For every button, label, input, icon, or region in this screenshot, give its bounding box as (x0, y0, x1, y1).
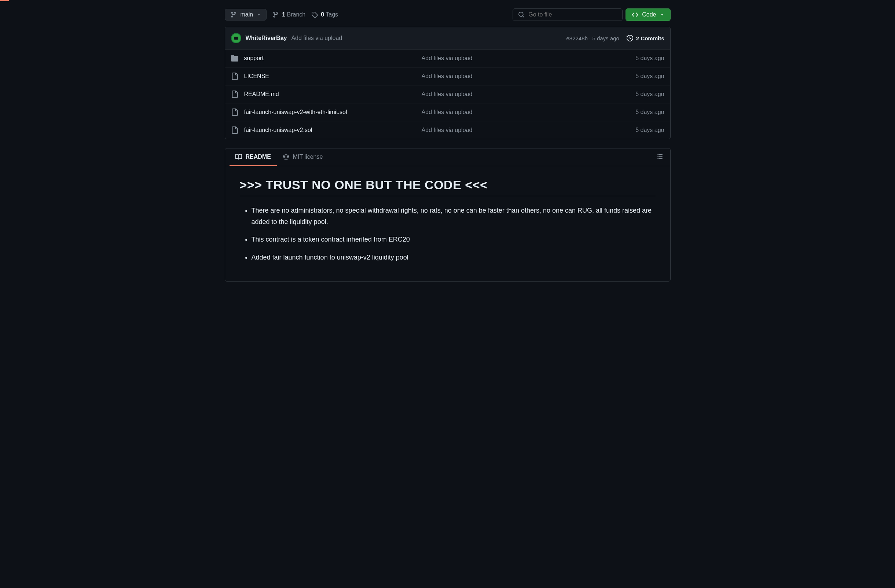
commit-meta: e82248b · 5 days ago 2 Commits (566, 35, 664, 41)
law-icon (283, 154, 289, 160)
file-commit-msg[interactable]: Add files via upload (422, 127, 595, 133)
file-name-cell: support (231, 55, 422, 62)
file-time: 5 days ago (595, 55, 664, 62)
git-branch-icon (272, 11, 279, 18)
file-commit-msg[interactable]: Add files via upload (422, 109, 595, 115)
list-icon (656, 153, 663, 160)
file-link[interactable]: fair-launch-uniswap-v2.sol (244, 127, 312, 133)
branch-selector[interactable]: main (225, 9, 267, 21)
commit-info: WhiteRiverBay Add files via upload (231, 33, 343, 43)
branch-count: 1 (282, 11, 285, 18)
readme-list: There are no administrators, no special … (240, 205, 655, 263)
list-item: Added fair launch function to uniswap-v2… (252, 252, 655, 263)
file-commit-msg[interactable]: Add files via upload (422, 55, 595, 62)
commit-author[interactable]: WhiteRiverBay (246, 35, 287, 41)
file-commit-msg[interactable]: Add files via upload (422, 91, 595, 97)
avatar[interactable] (231, 33, 241, 43)
file-time: 5 days ago (595, 73, 664, 80)
search-icon (518, 11, 525, 18)
file-link[interactable]: fair-launch-uniswap-v2-with-eth-limit.so… (244, 109, 347, 115)
file-name-cell: README.md (231, 91, 422, 98)
file-icon (231, 73, 238, 80)
readme-heading: >>> TRUST NO ONE BUT THE CODE <<< (240, 178, 655, 196)
folder-icon (231, 55, 238, 62)
file-icon (231, 91, 238, 98)
file-time: 5 days ago (595, 109, 664, 115)
outline-button[interactable] (653, 150, 666, 164)
file-name-cell: fair-launch-uniswap-v2-with-eth-limit.so… (231, 109, 422, 116)
tags-link[interactable]: 0 Tags (311, 11, 338, 18)
code-button[interactable]: Code (625, 8, 670, 21)
chevron-down-icon (257, 12, 261, 17)
tab-readme[interactable]: README (229, 149, 277, 166)
code-button-label: Code (642, 11, 656, 18)
file-commit-msg[interactable]: Add files via upload (422, 73, 595, 80)
table-row: fair-launch-uniswap-v2-with-eth-limit.so… (225, 103, 670, 121)
tab-license-label: MIT license (293, 154, 323, 160)
commits-link[interactable]: 2 Commits (626, 35, 664, 41)
repo-toolbar: main 1 Branch 0 Tags (225, 1, 670, 27)
tag-label: Tags (326, 11, 338, 18)
file-name-cell: fair-launch-uniswap-v2.sol (231, 126, 422, 134)
commits-count: 2 Commits (636, 35, 664, 41)
file-link[interactable]: LICENSE (244, 73, 269, 80)
file-name-cell: LICENSE (231, 73, 422, 80)
file-search[interactable] (513, 8, 623, 21)
toolbar-right: Code (513, 8, 670, 21)
list-item: There are no administrators, no special … (252, 205, 655, 227)
commit-message[interactable]: Add files via upload (291, 35, 342, 41)
branch-name: main (241, 11, 253, 18)
search-input[interactable] (528, 11, 617, 18)
book-icon (235, 154, 242, 160)
branches-link[interactable]: 1 Branch (272, 11, 305, 18)
table-row: README.mdAdd files via upload5 days ago (225, 85, 670, 103)
table-row: supportAdd files via upload5 days ago (225, 50, 670, 67)
table-row: fair-launch-uniswap-v2.solAdd files via … (225, 121, 670, 139)
latest-commit-bar: WhiteRiverBay Add files via upload e8224… (225, 27, 670, 50)
file-listing: WhiteRiverBay Add files via upload e8224… (225, 27, 670, 139)
readme-tabs: README MIT license (225, 149, 670, 166)
git-branch-icon (230, 11, 237, 18)
tag-count: 0 (321, 11, 324, 18)
file-time: 5 days ago (595, 127, 664, 133)
branch-label: Branch (287, 11, 306, 18)
tab-license[interactable]: MIT license (277, 149, 329, 166)
file-time: 5 days ago (595, 91, 664, 97)
file-link[interactable]: README.md (244, 91, 279, 97)
chevron-down-icon (660, 12, 664, 17)
readme-tabs-left: README MIT license (229, 149, 329, 166)
tab-readme-label: README (246, 154, 271, 160)
code-icon (632, 11, 638, 18)
table-row: LICENSEAdd files via upload5 days ago (225, 67, 670, 85)
toolbar-left: main 1 Branch 0 Tags (225, 9, 338, 21)
file-icon (231, 109, 238, 116)
commit-hash[interactable]: e82248b (566, 35, 588, 41)
commit-time: 5 days ago (592, 35, 619, 41)
file-link[interactable]: support (244, 55, 264, 62)
readme-container: README MIT license >>> TRUST NO ONE BUT … (225, 148, 670, 282)
readme-body: >>> TRUST NO ONE BUT THE CODE <<< There … (225, 166, 670, 281)
history-icon (626, 35, 633, 41)
file-icon (231, 126, 238, 134)
list-item: This contract is a token contract inheri… (252, 234, 655, 245)
tag-icon (311, 11, 318, 18)
